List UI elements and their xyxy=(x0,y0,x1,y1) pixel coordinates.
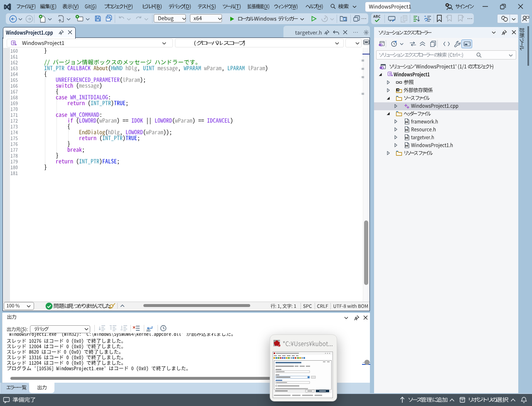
svg-text:C: C xyxy=(278,344,280,347)
svg-text:ab: ab xyxy=(146,328,150,332)
